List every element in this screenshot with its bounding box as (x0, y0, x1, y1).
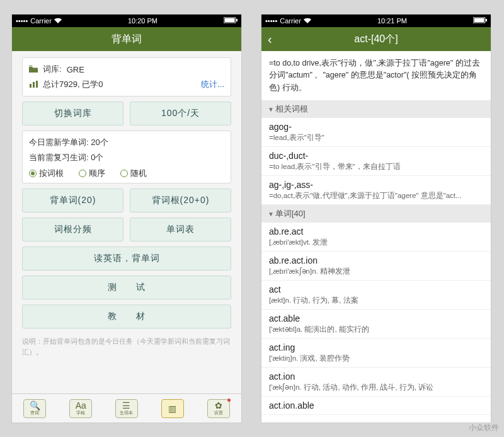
word-meaning: [,æbri'ækt]vt. 发泄 (269, 238, 483, 247)
carrier-label: Carrier (280, 17, 301, 25)
root-description: =to do,to drive,表示"行动，做",来源于拉丁语"agere" 的… (261, 51, 491, 100)
word-name: act.able (269, 313, 483, 323)
page-title: 背单词 (112, 33, 142, 46)
word-name: ab.re.act.ion (269, 255, 483, 265)
watermark: 小众软件 (469, 422, 499, 433)
daily-count-button[interactable]: 100个/天 (130, 102, 231, 125)
word-meaning: ['æktiŋ]n. 演戏, 装腔作势 (269, 354, 483, 363)
stats-link[interactable]: 统计... (201, 79, 224, 90)
nav-bar: 背单词 (12, 27, 241, 51)
footer-note: 说明：开始背单词包含的是今日任务（今天需学新词和当前需复习词汇）。 (22, 336, 231, 357)
disclosure-icon: ▼ (268, 211, 274, 218)
chart-icon (29, 80, 38, 90)
word-name: ab.re.act (269, 226, 483, 236)
folder-icon (29, 65, 38, 74)
back-button[interactable]: ‹ (268, 32, 272, 47)
page-title: act-[40个] (354, 33, 398, 46)
svg-rect-1 (224, 18, 234, 23)
word-name: act.ion.able (269, 400, 483, 411)
word-name: act.ion (269, 371, 483, 382)
status-bar: ••••• Carrier 10:21 PM (261, 15, 491, 27)
status-bar: ••••• Carrier 10:20 PM (12, 15, 241, 27)
svg-rect-4 (33, 82, 35, 88)
root-meaning: =to lead,表示"引导，带来"，来自拉丁语 (269, 162, 483, 172)
root-meaning: =lead,表示"引导" (269, 133, 483, 143)
word-meaning: ['æktəbl]a. 能演出的, 能实行的 (269, 325, 483, 334)
tab-settings[interactable]: ✿设置 (207, 399, 230, 418)
nav-bar: ‹ act-[40个] (261, 27, 491, 51)
svg-rect-3 (30, 84, 32, 88)
tab-wordbook[interactable]: ☰生词本 (115, 399, 138, 418)
tab-bar: 🔍查词 Aa字根 ☰生词本 ▥ ✿设置 (12, 393, 241, 422)
library-card: 词库: GRE 总计7929, 已学0 统计... (22, 57, 231, 96)
list-item[interactable]: agog-=lead,表示"引导" (261, 118, 491, 147)
root-name: duc-,duct- (269, 151, 483, 161)
phone-left: ••••• Carrier 10:20 PM 背单词 词库: GRE (11, 14, 242, 423)
word-name: act (269, 284, 483, 294)
word-meaning: [ækt]n. 行动, 行为, 幕, 法案 (269, 296, 483, 305)
switch-library-button[interactable]: 切换词库 (22, 102, 123, 125)
library-label: 词库: (43, 64, 62, 75)
disclosure-icon: ▼ (268, 106, 274, 113)
tab-dictionary[interactable]: 🔍查词 (23, 399, 46, 418)
signal-icon: ••••• (16, 17, 28, 25)
wifi-icon (304, 17, 311, 25)
list-item[interactable]: ag-,ig-,ass-=do,act,表示"做,代理做",来源于拉丁语"age… (261, 176, 491, 205)
time-label: 10:21 PM (377, 17, 407, 25)
radio-random[interactable]: 随机 (120, 168, 147, 179)
time-label: 10:20 PM (128, 17, 158, 25)
signal-icon: ••••• (265, 17, 277, 25)
list-item[interactable]: act.ion.able (261, 397, 491, 415)
list-item[interactable]: act[ækt]n. 行动, 行为, 幕, 法案 (261, 281, 491, 310)
wifi-icon (54, 17, 62, 25)
word-name: act.ing (269, 342, 483, 353)
battery-icon (224, 17, 238, 25)
radio-order[interactable]: 顺序 (79, 168, 105, 179)
list-item[interactable]: ab.re.act[,æbri'ækt]vt. 发泄 (261, 223, 491, 252)
list-item[interactable]: act.ing['æktiŋ]n. 演戏, 装腔作势 (261, 339, 491, 368)
tab-study[interactable]: ▥ (161, 399, 184, 418)
stats-text: 总计7929, 已学0 (43, 79, 103, 90)
new-words-label: 今日需新学单词: 20个 (29, 137, 108, 148)
root-name: agog- (269, 122, 483, 132)
list-item[interactable]: duc-,duct-=to lead,表示"引导，带来"，来自拉丁语 (261, 147, 491, 176)
battery-icon (473, 17, 487, 25)
svg-rect-8 (486, 19, 487, 21)
svg-rect-2 (236, 19, 238, 21)
word-meaning: ['ækʃən]n. 行动, 活动, 动作, 作用, 战斗, 行为, 诉讼 (269, 383, 483, 392)
library-value: GRE (67, 65, 84, 74)
word-meaning: [,æbri'ækʃən]n. 精神发泄 (269, 267, 483, 276)
section-related-roots[interactable]: ▼相关词根 (261, 100, 491, 118)
svg-rect-5 (36, 81, 38, 88)
textbook-button[interactable]: 教 材 (22, 305, 231, 329)
radio-by-root[interactable]: 按词根 (29, 168, 64, 179)
list-item[interactable]: act.ion['ækʃən]n. 行动, 活动, 动作, 作用, 战斗, 行为… (261, 368, 491, 397)
review-words-label: 当前需复习生词: 0个 (29, 152, 103, 163)
carrier-label: Carrier (30, 17, 52, 25)
list-item[interactable]: ab.re.act.ion[,æbri'ækʃən]n. 精神发泄 (261, 252, 491, 281)
word-list-button[interactable]: 单词表 (130, 218, 231, 242)
study-words-button[interactable]: 背单词(20) (22, 189, 123, 213)
svg-rect-7 (474, 18, 484, 23)
study-roots-button[interactable]: 背词根(20+0) (130, 189, 231, 213)
list-item[interactable]: act.able['æktəbl]a. 能演出的, 能实行的 (261, 310, 491, 339)
test-button[interactable]: 测 试 (22, 276, 231, 300)
tab-roots[interactable]: Aa字根 (69, 399, 92, 418)
root-frequency-button[interactable]: 词根分频 (22, 218, 123, 242)
study-plan-card: 今日需新学单词: 20个 当前需复习生词: 0个 按词根 顺序 随机 (22, 131, 231, 184)
read-english-button[interactable]: 读英语，背单词 (22, 247, 231, 271)
root-meaning: =do,act,表示"做,代理做",来源于拉丁语"agere" 意思是"act.… (269, 191, 483, 201)
phone-right: ••••• Carrier 10:21 PM ‹ act-[40个] =to d… (261, 14, 491, 423)
root-name: ag-,ig-,ass- (269, 180, 483, 190)
section-words[interactable]: ▼单词[40] (261, 205, 491, 223)
